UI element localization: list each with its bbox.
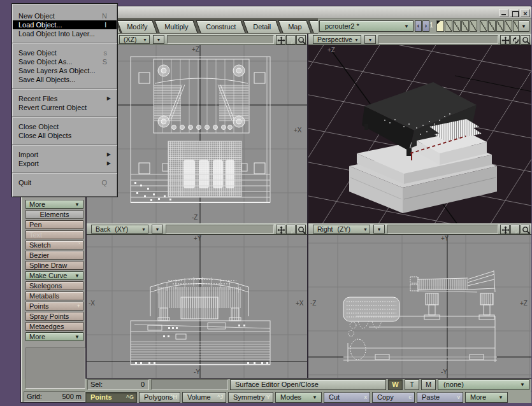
menu-item-save-all-objects[interactable]: Save All Objects... (12, 75, 117, 84)
action-button-paste[interactable]: Pastev (417, 392, 463, 403)
layer-cell-8[interactable] (496, 20, 504, 32)
next-layer-button[interactable]: › (422, 20, 429, 32)
viewport-right: Right(ZY) ▼ ▼ (308, 223, 531, 378)
mode-button-shortcut: ^H (170, 393, 177, 402)
viewport-back-options-dropdown[interactable]: ▼ (152, 225, 163, 234)
viewport-back-canvas[interactable]: +Y -Y -X +X (87, 235, 307, 378)
viewport-right-view-dropdown[interactable]: Right(ZY) ▼ (313, 225, 370, 234)
mode-button-polygons[interactable]: Polygons^H (139, 392, 180, 403)
viewport-top-canvas[interactable]: +Z -Z +X (87, 45, 307, 223)
wtm-button-m[interactable]: M (421, 379, 436, 390)
pan-icon[interactable] (500, 35, 510, 45)
wtm-button-t[interactable]: T (405, 379, 419, 390)
action-button-more[interactable]: More▼ (465, 392, 508, 403)
chevron-down-icon: ▼ (141, 225, 146, 234)
sidebar-item-points[interactable]: Points+ (25, 302, 83, 311)
tab-detail[interactable]: Detail (243, 20, 280, 33)
viewport-perspective-canvas[interactable]: +Z (308, 45, 531, 223)
object-selector-dropdown[interactable]: pcrouter2 * ▼ (319, 20, 413, 32)
sidebar-item-spline-draw[interactable]: Spline Draw (25, 261, 83, 270)
viewport-perspective-options-dropdown[interactable]: ▼ (364, 35, 376, 44)
sidebar-item-text[interactable]: Text (25, 230, 83, 239)
pan-icon[interactable] (276, 35, 285, 45)
sidebar-item-label: Metaedges (29, 323, 64, 330)
grid-label: Grid: (27, 393, 42, 400)
sidebar-item-spray-points[interactable]: Spray Points (25, 312, 83, 321)
menu-item-save-object-as[interactable]: Save Object As...S (12, 57, 117, 66)
pan-icon[interactable] (276, 225, 285, 234)
sidebar-item-metaballs[interactable]: Metaballs (25, 291, 83, 300)
tab-map[interactable]: Map (278, 20, 312, 33)
tab-multiply[interactable]: Multiply (155, 20, 199, 33)
viewport-top-view-dropdown[interactable]: (XZ) ▼ (119, 35, 150, 44)
sidebar-item-skelegons[interactable]: Skelegons (25, 281, 83, 290)
sidebar-item-pen[interactable]: Pen (25, 220, 83, 229)
menu-item-recent-files[interactable]: Recent Files▶ (12, 94, 117, 103)
action-button-copy[interactable]: Copyc (372, 392, 415, 403)
zoom-icon[interactable] (521, 35, 530, 45)
rotate-icon[interactable] (510, 225, 520, 234)
menu-item-revert-current-object[interactable]: Revert Current Object (12, 103, 117, 112)
layer-cell-1[interactable] (436, 20, 444, 32)
layer-cell-6[interactable] (480, 20, 487, 32)
layer-bank-dropdown[interactable]: ▼ (518, 20, 529, 32)
layer-cell-4[interactable] (461, 20, 469, 32)
rotate-icon[interactable] (510, 35, 520, 45)
minimize-button[interactable] (499, 9, 508, 17)
menu-item-label: Recent Files (18, 95, 57, 102)
viewport-back-view-dropdown[interactable]: Back(XY) ▼ (91, 225, 148, 234)
menu-item-save-object[interactable]: Save Objects (12, 48, 117, 57)
sidebar-item-label: Metaballs (29, 292, 59, 300)
rotate-icon[interactable] (286, 225, 296, 234)
layer-cell-3[interactable] (453, 20, 461, 32)
pan-icon[interactable] (500, 225, 510, 234)
sidebar-item-metaedges[interactable]: Metaedges (25, 322, 83, 331)
mode-button-label: Symmetry (233, 393, 265, 401)
axis-label-bottom: -Y (441, 368, 447, 375)
action-button-cut[interactable]: Cutx (324, 392, 370, 403)
zoom-icon[interactable] (296, 225, 306, 234)
menu-item-new-object[interactable]: New ObjectN (12, 11, 117, 20)
menu-item-quit[interactable]: QuitQ (12, 178, 117, 187)
prev-layer-button[interactable]: ‹ (415, 20, 422, 32)
menu-item-save-layers-as-object[interactable]: Save Layers As Object... (12, 66, 117, 75)
axis-label-bottom: -Y (194, 368, 200, 375)
layer-cell-7[interactable] (488, 20, 496, 32)
menu-item-close-all-objects[interactable]: Close All Objects (12, 131, 117, 140)
viewport-perspective-view-dropdown[interactable]: Perspective ▼ (313, 35, 361, 44)
sidebar-item-label: Sketch (29, 241, 51, 249)
wtm-button-w[interactable]: W (388, 379, 403, 390)
sidebar-item-bezier[interactable]: Bezier (25, 251, 83, 260)
menu-item-export[interactable]: Export▶ (12, 159, 117, 168)
sidebar-item-sketch[interactable]: Sketch` (25, 241, 83, 249)
layer-cell-5[interactable] (470, 20, 477, 32)
layer-cell-9[interactable] (505, 20, 512, 32)
mode-button-points[interactable]: Points^G (85, 392, 137, 403)
sidebar-item-label: Skelegons (29, 282, 62, 290)
zoom-icon[interactable] (296, 35, 306, 45)
rotate-icon[interactable] (286, 35, 296, 45)
menu-item-load-object-into-layer[interactable]: Load Object Into Layer... (12, 29, 117, 38)
menu-item-load-object[interactable]: Load Object...l (13, 20, 117, 29)
layer-cell-2[interactable] (445, 20, 452, 32)
mode-button-symmetry[interactable]: SymmetryY (228, 392, 273, 403)
tab-construct[interactable]: Construct (196, 20, 245, 33)
back-view-wireframe (87, 235, 307, 378)
action-button-modes[interactable]: Modes▼ (275, 392, 322, 403)
maximize-button[interactable] (510, 9, 519, 17)
sidebar-item-more[interactable]: More▼ (25, 200, 83, 209)
sidebar-item-make-curve[interactable]: Make Curve▼ (25, 271, 83, 280)
viewport-top-options-dropdown[interactable]: ▼ (153, 35, 164, 44)
sidebar-item-more[interactable]: More▼ (25, 332, 83, 341)
menu-item-close-object[interactable]: Close Object (12, 122, 117, 131)
vmap-selector-dropdown[interactable]: (none) ▼ (438, 379, 529, 390)
close-button[interactable] (521, 9, 530, 17)
menu-item-import[interactable]: Import▶ (12, 150, 117, 159)
zoom-icon[interactable] (521, 225, 530, 234)
mode-button-volume[interactable]: Volume^J (182, 392, 226, 403)
viewport-right-canvas[interactable]: +Y -Y -Z +Z (308, 235, 531, 378)
menu-item-shortcut: s (104, 48, 108, 57)
viewport-right-options-dropdown[interactable]: ▼ (373, 225, 385, 234)
surface-editor-button[interactable]: Surface Editor Open/Close (230, 379, 386, 390)
tab-modify[interactable]: Modify (117, 20, 157, 33)
